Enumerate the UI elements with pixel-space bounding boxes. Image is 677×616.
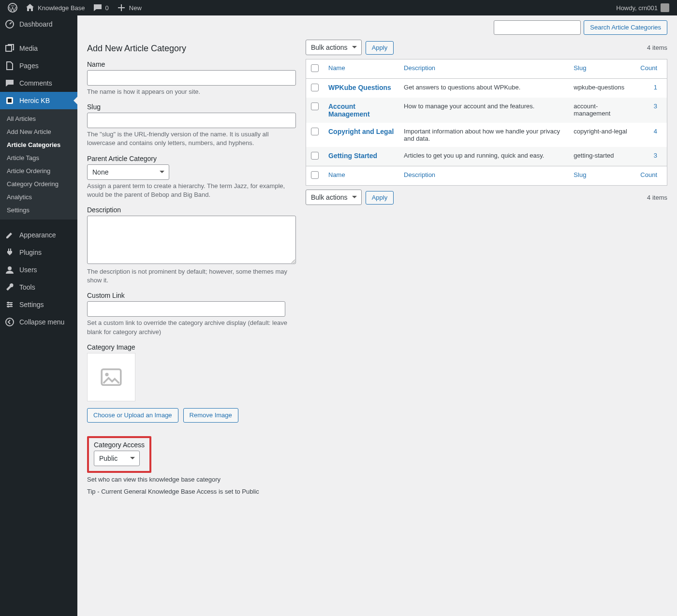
settings-icon [5,300,15,309]
description-label: Description [87,206,296,214]
svg-point-9 [6,318,14,326]
categories-table: Name Description Slug Count WPKube Quest… [306,59,667,186]
category-name-link[interactable]: Account Management [328,103,370,118]
pages-icon [5,61,15,71]
bulk-actions-select-top[interactable]: Bulk actions [306,40,362,55]
access-desc: Set who can view this knowledge base cat… [87,476,296,483]
sidebar-item-label: Media [19,44,38,52]
category-name-link[interactable]: Getting Started [328,152,377,160]
submenu-settings[interactable]: Settings [0,204,77,217]
custom-link-input[interactable] [87,301,285,317]
col-count[interactable]: Count [635,59,667,79]
wp-logo[interactable] [4,0,21,15]
apply-button-top[interactable]: Apply [366,41,394,55]
remove-image-button[interactable]: Remove Image [183,408,238,423]
wordpress-icon [8,3,17,13]
select-all-bottom[interactable] [311,171,319,179]
bulk-actions-select-bottom[interactable]: Bulk actions [306,190,362,205]
category-count-link[interactable]: 3 [654,103,657,110]
category-slug: copyright-and-legal [569,123,635,147]
submenu-article-categories[interactable]: Article Categories [0,138,77,151]
search-bar: Search Article Categories [87,20,667,35]
choose-image-button[interactable]: Choose or Upload an Image [87,408,178,423]
name-input[interactable] [87,70,296,86]
select-all-top[interactable] [311,64,319,72]
access-select[interactable]: Public [94,451,140,466]
form-title: Add New Article Category [87,44,296,54]
sidebar-item-users[interactable]: Users [0,261,77,279]
site-name-link[interactable]: Knowledge Base [21,0,89,15]
avatar [661,3,669,12]
svg-rect-4 [8,99,12,103]
name-label: Name [87,60,296,68]
submenu-article-ordering[interactable]: Article Ordering [0,164,77,177]
comments-link[interactable]: 0 [89,0,113,15]
slug-input[interactable] [87,113,296,128]
sidebar-item-comments[interactable]: Comments [0,74,77,92]
sidebar-item-dashboard[interactable]: Dashboard [0,15,77,33]
custom-link-desc: Set a custom link to override the catego… [87,319,296,336]
category-name-link[interactable]: Copyright and Legal [328,128,394,135]
plus-icon [117,3,126,13]
image-icon [101,368,122,386]
tablenav-top: Bulk actions Apply 4 items [306,40,667,55]
sidebar-item-appearance[interactable]: Appearance [0,226,77,244]
parent-select[interactable]: None [87,164,169,180]
svg-point-6 [7,302,9,304]
sidebar-item-heroic-kb[interactable]: Heroic KB [0,92,77,109]
row-checkbox[interactable] [311,152,319,160]
category-count-link[interactable]: 1 [654,84,657,91]
category-description: Important information about how we handl… [399,123,569,147]
my-account-link[interactable]: Howdy, crn001 [612,0,673,15]
submenu-category-ordering[interactable]: Category Ordering [0,177,77,191]
sidebar-item-label: Comments [19,79,52,87]
category-slug: getting-started [569,147,635,166]
image-placeholder [87,353,135,401]
submenu-add-new-article[interactable]: Add New Article [0,125,77,138]
comment-icon [93,3,103,13]
search-input[interactable] [494,20,581,35]
parent-label: Parent Article Category [87,155,296,162]
submenu-all-articles[interactable]: All Articles [0,112,77,125]
sidebar-item-label: Plugins [19,249,42,256]
sidebar-item-settings[interactable]: Settings [0,296,77,313]
category-slug: account-management [569,98,635,123]
sidebar-item-plugins[interactable]: Plugins [0,244,77,261]
col-slug-foot[interactable]: Slug [569,166,635,185]
category-count-link[interactable]: 4 [654,128,657,135]
col-slug[interactable]: Slug [569,59,635,79]
search-button[interactable]: Search Article Categories [584,20,667,35]
category-name-link[interactable]: WPKube Questions [328,84,391,91]
howdy-text: Howdy, crn001 [616,4,658,12]
col-name-foot[interactable]: Name [324,166,399,185]
sidebar-item-tools[interactable]: Tools [0,279,77,296]
sidebar-item-media[interactable]: Media [0,40,77,57]
row-checkbox[interactable] [311,128,319,135]
submenu-article-tags[interactable]: Article Tags [0,151,77,164]
col-count-foot[interactable]: Count [635,166,667,185]
svg-point-11 [105,373,108,376]
svg-point-5 [8,266,12,270]
kb-icon [5,96,15,105]
table-row: WPKube QuestionsGet answers to questions… [306,79,667,98]
description-textarea[interactable] [87,216,296,264]
table-row: Getting StartedArticles to get you up an… [306,147,667,166]
col-description[interactable]: Description [399,59,569,79]
col-name[interactable]: Name [324,59,399,79]
sidebar-item-pages[interactable]: Pages [0,57,77,74]
add-category-form: Add New Article Category Name The name i… [87,40,296,495]
category-access-highlight: Category Access Public [87,436,151,473]
users-icon [5,265,15,275]
row-checkbox[interactable] [311,103,319,110]
new-content-link[interactable]: New [113,0,146,15]
row-checkbox[interactable] [311,84,319,91]
submenu-analytics[interactable]: Analytics [0,191,77,204]
category-description: How to manage your account and the featu… [399,98,569,123]
col-description-foot[interactable]: Description [399,166,569,185]
category-count-link[interactable]: 3 [654,152,657,159]
collapse-menu[interactable]: Collapse menu [0,313,77,331]
apply-button-bottom[interactable]: Apply [366,191,394,205]
comments-count: 0 [105,4,109,12]
category-description: Get answers to questions about WPKube. [399,79,569,98]
table-row: Account ManagementHow to manage your acc… [306,98,667,123]
